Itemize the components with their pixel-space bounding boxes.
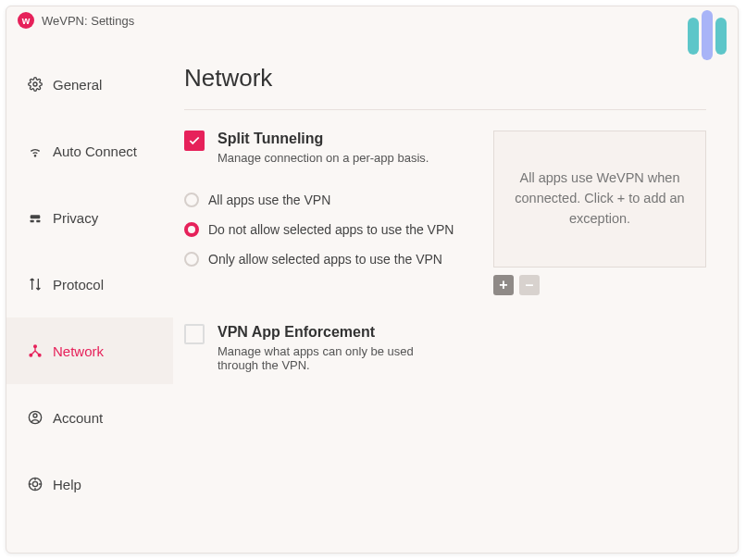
radio-icon [184, 222, 199, 237]
svg-rect-3 [31, 220, 34, 223]
svg-point-1 [34, 156, 35, 156]
sidebar-item-help[interactable]: Help [6, 451, 173, 517]
app-logo: w [18, 12, 34, 29]
svg-rect-2 [31, 215, 41, 218]
radio-label: Only allow selected apps to use the VPN [208, 252, 442, 267]
privacy-icon [27, 210, 44, 225]
radio-icon [184, 193, 199, 207]
help-icon [27, 477, 44, 492]
window-title: WeVPN: Settings [42, 14, 134, 28]
sidebar-item-auto-connect[interactable]: Auto Connect [6, 118, 173, 184]
radio-label: All apps use the VPN [208, 193, 330, 207]
radio-all-apps-use-vpn[interactable]: All apps use the VPN [184, 185, 473, 215]
sidebar-item-label: Help [53, 477, 81, 492]
gear-icon [27, 77, 44, 92]
remove-exception-button[interactable]: – [519, 275, 540, 295]
sidebar-item-label: Network [53, 343, 104, 359]
sidebar-item-label: General [53, 77, 102, 93]
enforcement-checkbox[interactable] [184, 324, 205, 344]
sidebar-item-network[interactable]: Network [6, 317, 173, 384]
split-tunneling-desc: Manage connection on a per-app basis. [218, 151, 429, 165]
decorative-bars [688, 10, 727, 55]
sidebar-item-label: Account [53, 410, 103, 426]
arrows-icon [27, 277, 44, 292]
split-tunneling-checkbox[interactable] [184, 131, 205, 151]
sidebar: General Auto Connect Privacy Protocol [6, 34, 173, 553]
sidebar-item-label: Privacy [53, 210, 98, 226]
radio-icon [184, 252, 199, 267]
svg-point-0 [33, 82, 37, 86]
exception-list: All apps use WeVPN when connected. Click… [493, 131, 706, 268]
svg-rect-4 [36, 220, 40, 223]
radio-label: Do not allow selected apps to use the VP… [208, 222, 454, 237]
enforcement-desc: Manage what apps can only be used throug… [218, 344, 440, 372]
sidebar-item-label: Protocol [53, 277, 104, 292]
add-exception-button[interactable]: + [493, 275, 514, 295]
sidebar-item-protocol[interactable]: Protocol [6, 251, 173, 317]
enforcement-title: VPN App Enforcement [218, 324, 440, 341]
page-title: Network [184, 44, 706, 109]
svg-point-5 [34, 345, 37, 348]
sidebar-item-general[interactable]: General [6, 51, 173, 118]
wifi-icon [27, 143, 44, 158]
settings-window: w WeVPN: Settings General Auto Connect [6, 6, 739, 554]
account-icon [27, 410, 44, 425]
radio-do-not-allow-selected[interactable]: Do not allow selected apps to use the VP… [184, 215, 473, 244]
exception-placeholder: All apps use WeVPN when connected. Click… [511, 168, 689, 229]
sidebar-item-privacy[interactable]: Privacy [6, 184, 173, 251]
svg-point-9 [33, 414, 37, 417]
network-icon [27, 343, 44, 358]
main-panel: Network Split Tunneling Manage connectio… [173, 34, 738, 553]
divider [184, 109, 706, 110]
radio-only-allow-selected[interactable]: Only allow selected apps to use the VPN [184, 244, 473, 274]
split-tunneling-title: Split Tunneling [218, 131, 429, 147]
sidebar-item-account[interactable]: Account [6, 384, 173, 451]
titlebar: w WeVPN: Settings [6, 6, 738, 34]
svg-point-11 [32, 481, 37, 486]
sidebar-item-label: Auto Connect [53, 143, 137, 159]
